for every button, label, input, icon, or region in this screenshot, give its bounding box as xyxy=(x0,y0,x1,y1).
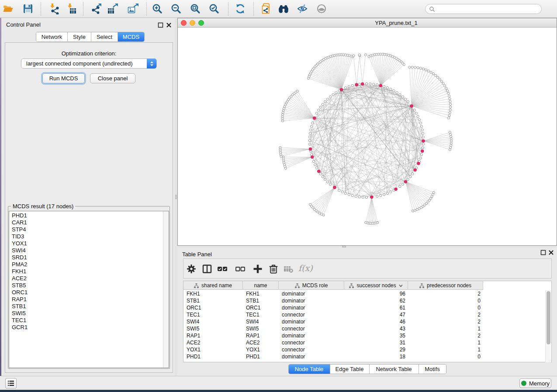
cell-name[interactable]: TEC1 xyxy=(243,311,279,318)
maximize-window-icon[interactable] xyxy=(198,20,204,26)
tab-mcds[interactable]: MCDS xyxy=(118,32,144,41)
cell-shared-name[interactable]: TEC1 xyxy=(183,311,243,318)
cell-predecessor-nodes[interactable]: 1 xyxy=(408,346,483,353)
cell-MCDS-role[interactable]: connector xyxy=(279,311,344,318)
cell-successor-nodes[interactable]: 46 xyxy=(344,318,408,325)
mcds-result-item[interactable]: YOX1 xyxy=(12,240,169,247)
cell-shared-name[interactable]: PHD1 xyxy=(183,353,243,360)
open-file-icon[interactable] xyxy=(2,3,14,14)
cell-name[interactable]: SWI5 xyxy=(243,325,279,332)
table-row[interactable]: PHD1PHD1dominator180 xyxy=(183,353,551,360)
cell-name[interactable]: FKH1 xyxy=(243,290,279,297)
cell-predecessor-nodes[interactable]: 0 xyxy=(408,353,483,360)
mcds-result-item[interactable]: STB1 xyxy=(12,303,169,310)
list-scrollbar[interactable] xyxy=(163,211,169,368)
mcds-result-item[interactable]: CAR1 xyxy=(12,219,169,226)
mcds-result-item[interactable]: SWI4 xyxy=(12,247,169,254)
task-history-button[interactable] xyxy=(5,378,17,389)
mcds-result-item[interactable]: TEC1 xyxy=(12,317,169,324)
memory-button[interactable]: Memory xyxy=(519,378,551,388)
cell-name[interactable]: SWI4 xyxy=(243,318,279,325)
cell-MCDS-role[interactable]: dominator xyxy=(279,332,344,339)
cell-predecessor-nodes[interactable]: 0 xyxy=(408,304,483,311)
mcds-result-item[interactable]: STP4 xyxy=(12,226,169,233)
cell-successor-nodes[interactable]: 35 xyxy=(344,332,408,339)
zoom-selected-icon[interactable] xyxy=(208,3,220,14)
cell-successor-nodes[interactable]: 29 xyxy=(344,346,408,353)
mcds-result-item[interactable]: RAP1 xyxy=(12,296,169,303)
add-row-icon[interactable] xyxy=(252,263,263,275)
cell-successor-nodes[interactable]: 18 xyxy=(344,353,408,360)
export-network-icon[interactable] xyxy=(90,3,101,14)
cell-MCDS-role[interactable]: connector xyxy=(279,339,344,346)
table-row[interactable]: STB1STB1dominator620 xyxy=(183,297,551,304)
table-scrollbar[interactable] xyxy=(545,290,551,362)
close-table-panel-icon[interactable] xyxy=(548,250,554,255)
zoom-in-icon[interactable] xyxy=(152,3,163,14)
cell-shared-name[interactable]: RAP1 xyxy=(183,332,243,339)
mcds-result-item[interactable]: ACE2 xyxy=(12,275,169,282)
close-panel-button[interactable]: Close panel xyxy=(90,73,135,83)
mcds-result-list[interactable]: PHD1CAR1STP4TID3YOX1SWI4SRD1PMA2FKH1ACE2… xyxy=(9,211,169,368)
column-header-predecessor-nodes[interactable]: predecessor nodes xyxy=(408,281,483,290)
column-header-MCDS-role[interactable]: MCDS role xyxy=(279,281,344,290)
search-input[interactable] xyxy=(425,4,542,14)
cell-shared-name[interactable]: ORC1 xyxy=(183,304,243,311)
show-column-icon[interactable] xyxy=(201,263,213,275)
mcds-result-item[interactable]: FKH1 xyxy=(12,268,169,275)
hide-selected-icon[interactable] xyxy=(297,3,308,14)
cell-MCDS-role[interactable]: dominator xyxy=(279,297,344,304)
tab-network-table[interactable]: Network Table xyxy=(370,364,419,374)
cell-shared-name[interactable]: SWI5 xyxy=(183,325,243,332)
cell-shared-name[interactable]: STB1 xyxy=(183,297,243,304)
cell-name[interactable]: PHD1 xyxy=(243,353,279,360)
tab-edge-table[interactable]: Edge Table xyxy=(330,364,370,374)
float-panel-icon[interactable] xyxy=(158,22,163,28)
mcds-result-item[interactable]: SRD1 xyxy=(12,254,169,261)
cell-successor-nodes[interactable]: 47 xyxy=(344,311,408,318)
column-header-successor-nodes[interactable]: successor nodes xyxy=(344,281,408,290)
mcds-result-item[interactable]: PHD1 xyxy=(12,212,169,219)
zoom-fit-icon[interactable] xyxy=(190,3,201,14)
cell-MCDS-role[interactable]: connector xyxy=(279,346,344,353)
show-all-icon[interactable] xyxy=(316,3,327,14)
cell-MCDS-role[interactable]: dominator xyxy=(279,353,344,360)
table-row[interactable]: ACE2ACE2connector311 xyxy=(183,339,551,346)
minimize-window-icon[interactable] xyxy=(190,20,195,26)
cell-name[interactable]: STB1 xyxy=(243,297,279,304)
table-row[interactable]: TEC1TEC1connector472 xyxy=(183,311,551,318)
cell-predecessor-nodes[interactable]: 2 xyxy=(408,311,483,318)
cell-name[interactable]: ORC1 xyxy=(243,304,279,311)
export-table-icon[interactable] xyxy=(107,3,118,14)
cell-predecessor-nodes[interactable]: 2 xyxy=(408,332,483,339)
cell-predecessor-nodes[interactable]: 1 xyxy=(408,325,483,332)
close-window-icon[interactable] xyxy=(181,20,187,26)
cell-shared-name[interactable]: FKH1 xyxy=(183,290,243,297)
tab-select[interactable]: Select xyxy=(91,32,118,41)
mcds-result-item[interactable]: TID3 xyxy=(12,233,169,240)
network-canvas[interactable] xyxy=(178,28,557,245)
cell-predecessor-nodes[interactable]: 2 xyxy=(408,290,483,297)
export-image-icon[interactable] xyxy=(127,3,138,14)
deselect-all-icon[interactable] xyxy=(235,263,246,275)
save-session-icon[interactable] xyxy=(22,3,34,14)
cell-shared-name[interactable]: ACE2 xyxy=(183,339,243,346)
mcds-result-item[interactable]: PMA2 xyxy=(12,261,169,268)
function-builder-icon[interactable]: f(x) xyxy=(298,263,314,275)
cell-MCDS-role[interactable]: connector xyxy=(279,325,344,332)
close-panel-icon[interactable] xyxy=(166,22,172,28)
import-table-icon[interactable] xyxy=(66,3,77,14)
table-row[interactable]: YOX1YOX1connector291 xyxy=(183,346,551,353)
tab-style[interactable]: Style xyxy=(68,32,91,41)
mcds-result-item[interactable]: GCR1 xyxy=(12,324,169,331)
tab-motifs[interactable]: Motifs xyxy=(419,364,446,374)
cell-predecessor-nodes[interactable]: 0 xyxy=(408,297,483,304)
delete-row-icon[interactable] xyxy=(268,263,279,275)
table-options-icon[interactable] xyxy=(186,263,197,275)
network-window-titlebar[interactable]: YPA_prune.txt_1 xyxy=(178,18,557,28)
column-header-name[interactable]: name xyxy=(243,281,279,290)
import-network-icon[interactable] xyxy=(48,3,60,14)
cell-successor-nodes[interactable]: 31 xyxy=(344,339,408,346)
mcds-result-item[interactable]: SWI5 xyxy=(12,310,169,317)
cell-successor-nodes[interactable]: 61 xyxy=(344,304,408,311)
